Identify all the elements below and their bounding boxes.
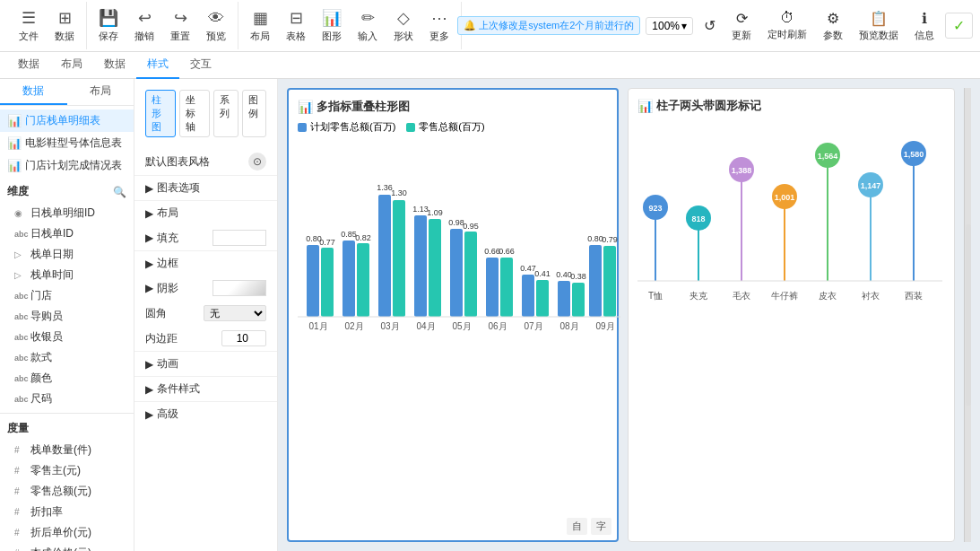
bar-actual-08 [572,283,585,317]
dim-order-num[interactable]: abc 日栈单ID [0,223,134,244]
data-button[interactable]: ⊞ 数据 [50,6,79,45]
hash-icon: # [14,445,27,455]
input-button[interactable]: ✏ 输入 [353,6,382,45]
refresh-left-button[interactable]: ↺ [698,15,721,36]
corner-select[interactable]: 无 小 中 大 [204,305,266,321]
search-icon[interactable]: 🔍 [113,186,126,198]
shadow-preview[interactable] [212,280,266,296]
scrollbar-handle[interactable] [966,224,971,406]
redo-button[interactable]: ↪ 重置 [166,6,195,45]
chart-button[interactable]: 📊 图形 [317,6,346,45]
abc-icon: abc [14,230,27,239]
sidebar-item-store-chart[interactable]: 📊 门店栈单明细表 [0,109,134,132]
border-label: ▶ 边框 [145,256,178,271]
bar-group-04: 1.13 1.09 04月 [412,205,443,331]
padding-label: 内边距 [145,331,178,346]
chart-type-series[interactable]: 系列 [213,90,238,137]
refresh-button[interactable]: ⟳ 更新 [726,8,757,44]
shape-button[interactable]: ◇ 形状 [389,6,418,45]
meas-discount[interactable]: # 折扣率 [0,502,134,522]
xlabel-sweater: 毛衣 [733,291,750,301]
meas-label: 栈单数量(件) [30,442,91,458]
main-layout: 数据 布局 📊 门店栈单明细表 📊 电影鞋型号体信息表 📊 门店计划完成情况表 … [0,79,980,551]
dimension-header: 维度 🔍 [0,180,134,203]
meas-retail-total[interactable]: # 零售总额(元) [0,481,134,502]
default-style-label: 默认图表风格 [145,154,210,170]
file-group: ☰ 文件 ⊞ 数据 [7,2,87,49]
meas-retail-unit[interactable]: # 零售主(元) [0,460,134,481]
bar-chart-svg: 0.80 0.77 01月 0.85 0.82 02月 1.36 [298,141,611,338]
sidebar-item-label: 门店计划完成情况表 [25,158,122,173]
sidebar-item-movie-info[interactable]: 📊 电影鞋型号体信息表 [0,132,134,154]
animation-row[interactable]: ▶ 动画 [134,351,277,376]
expand-icon2: ▷ [14,270,27,280]
bar-chart-title: 📊 多指标重叠柱形图 [298,99,608,115]
layout-row[interactable]: ▶ 布局 [134,200,277,225]
meas-label: 零售主(元) [30,463,81,478]
chart-type-bar[interactable]: 柱形图 [145,90,176,137]
preview-data-button[interactable]: 📋 预览数据 [854,8,904,44]
tab-data2[interactable]: 数据 [93,52,136,79]
preview-data-icon: 📋 [870,10,888,27]
params-button[interactable]: ⚙ 参数 [818,8,848,44]
confirm-button[interactable]: ✓ [945,13,973,39]
dim-label: 尺码 [30,391,52,407]
dim-time[interactable]: ▷ 栈单时间 [0,265,134,285]
dim-store[interactable]: abc 门店 [0,285,134,306]
fill-swatch[interactable] [212,230,266,246]
dim-label: 栈单日期 [30,247,74,262]
bar-actual-01 [321,248,334,317]
info-button[interactable]: ℹ 信息 [909,8,940,44]
option-text: 动画 [157,356,178,372]
chart-type-legend[interactable]: 图例 [242,90,266,137]
undo-button[interactable]: ↩ 撤销 [130,6,159,45]
dim-guide[interactable]: abc 导购员 [0,306,134,327]
info-label: 信息 [915,29,934,42]
condition-row[interactable]: ▶ 条件样式 [134,376,277,401]
meas-qty[interactable]: # 栈单数量(件) [0,440,134,460]
expand-icon: ▶ [145,182,153,195]
action-font[interactable]: 字 [591,518,611,535]
legend-actual-dot [406,123,415,132]
tab-style[interactable]: 样式 [136,52,179,79]
layout-button[interactable]: ▦ 布局 [246,6,274,45]
dim-style[interactable]: abc 款式 [0,347,134,368]
padding-input[interactable] [221,330,266,346]
schedule-button[interactable]: ⏱ 定时刷新 [762,8,812,43]
dim-size[interactable]: abc 尺码 [0,389,134,409]
dim-color[interactable]: abc 颜色 [0,368,134,389]
sidebar-tab-data[interactable]: 数据 [0,79,67,105]
undo-label: 撤销 [134,30,154,43]
vertical-scrollbar[interactable] [964,88,971,542]
val-shirt: 1,147 [861,181,881,190]
chart-type-axis[interactable]: 坐标轴 [179,90,210,137]
sidebar-item-store-complete[interactable]: 📊 门店计划完成情况表 [0,154,134,177]
preview-button[interactable]: 👁 预览 [202,7,230,45]
zoom-control[interactable]: 100% ▾ [646,17,693,35]
chart-options-row[interactable]: ▶ 图表选项 [134,175,277,200]
tab-interact[interactable]: 交互 [179,52,222,79]
more-button[interactable]: ⋯ 更多 [425,6,454,45]
border-row[interactable]: ▶ 边框 [134,250,277,276]
month-06: 06月 [488,321,507,331]
tab-layout[interactable]: 布局 [50,52,93,79]
shadow-row: ▶ 阴影 [134,276,277,301]
table-button[interactable]: ⊟ 表格 [282,6,310,45]
advanced-row[interactable]: ▶ 高级 [134,401,277,426]
file-button[interactable]: ☰ 文件 [14,6,43,45]
action-auto[interactable]: 自 [567,518,587,535]
save-button[interactable]: 💾 保存 [94,6,123,45]
dim-label: 款式 [30,350,52,365]
lollipop-chart-title: 📊 柱子两头带圆形标记 [637,98,945,114]
dim-date[interactable]: ▷ 栈单日期 [0,244,134,265]
table-icon: ⊟ [290,8,303,28]
save-icon: 💾 [99,8,118,28]
meas-disc-unit[interactable]: # 折后单价(元) [0,522,134,543]
meas-cost-price[interactable]: # 本成价格(元) [0,543,134,551]
tab-data[interactable]: 数据 [7,52,50,79]
dim-cashier[interactable]: abc 收银员 [0,327,134,347]
sidebar-tab-layout[interactable]: 布局 [67,79,134,105]
default-style-button[interactable]: ⊙ [248,153,266,171]
dim-order-id[interactable]: ◉ 日栈单明细ID [0,203,134,223]
default-style-row: 默认图表风格 ⊙ [134,148,277,175]
